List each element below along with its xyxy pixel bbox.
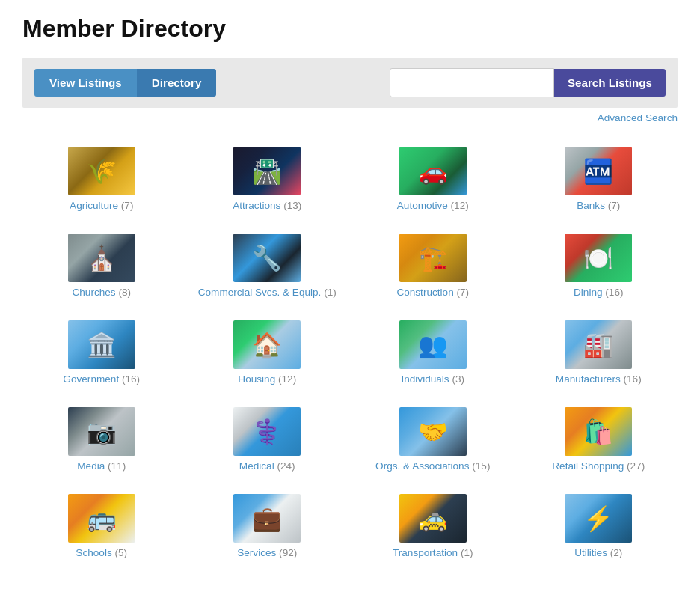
category-link-agriculture[interactable]: Agriculture bbox=[70, 200, 118, 211]
category-link-orgs[interactable]: Orgs. & Associations bbox=[375, 460, 469, 472]
category-link-banks[interactable]: Banks bbox=[577, 200, 605, 211]
search-input[interactable] bbox=[390, 68, 554, 97]
category-item-media: 📷Media (11) bbox=[22, 400, 181, 479]
category-count-automotive: (12) bbox=[448, 200, 469, 211]
category-link-medical[interactable]: Medical bbox=[239, 460, 274, 472]
category-image-housing: 🏠 bbox=[233, 320, 301, 369]
category-item-medical: ⚕️Medical (24) bbox=[188, 400, 347, 479]
category-count-utilities: (2) bbox=[607, 547, 622, 558]
category-label-commercial: Commercial Svcs. & Equip. (1) bbox=[198, 287, 337, 298]
advanced-search-link-container: Advanced Search bbox=[22, 111, 678, 124]
category-image-commercial: 🔧 bbox=[233, 234, 301, 282]
category-item-attractions: 🛣️Attractions (13) bbox=[188, 139, 347, 219]
category-link-individuals[interactable]: Individuals bbox=[401, 373, 449, 385]
directory-grid: 🌾Agriculture (7)🛣️Attractions (13)🚗Autom… bbox=[22, 139, 678, 566]
category-link-attractions[interactable]: Attractions bbox=[233, 200, 280, 211]
category-link-utilities[interactable]: Utilities bbox=[574, 547, 607, 558]
category-count-retail: (27) bbox=[624, 460, 645, 472]
category-label-manufacturers: Manufacturers (16) bbox=[556, 373, 642, 385]
category-image-banks: 🏧 bbox=[565, 147, 632, 195]
advanced-search-link[interactable]: Advanced Search bbox=[598, 112, 678, 123]
category-link-schools[interactable]: Schools bbox=[76, 547, 111, 558]
category-link-media[interactable]: Media bbox=[77, 460, 105, 472]
category-image-individuals: 👥 bbox=[399, 320, 467, 369]
category-item-churches: ⛪Churches (8) bbox=[22, 226, 181, 305]
category-count-dining: (16) bbox=[603, 287, 624, 298]
category-item-schools: 🚌Schools (5) bbox=[22, 486, 181, 566]
category-count-churches: (8) bbox=[116, 287, 131, 298]
category-label-government: Government (16) bbox=[63, 373, 140, 385]
category-image-medical: ⚕️ bbox=[233, 407, 301, 456]
category-image-media: 📷 bbox=[68, 407, 135, 456]
category-item-manufacturers: 🏭Manufacturers (16) bbox=[520, 313, 678, 392]
category-item-orgs: 🤝Orgs. & Associations (15) bbox=[354, 400, 512, 479]
category-label-retail: Retail Shopping (27) bbox=[552, 460, 645, 472]
toolbar-left: View Listings Directory bbox=[34, 69, 216, 97]
category-link-retail[interactable]: Retail Shopping bbox=[552, 460, 624, 472]
category-label-automotive: Automotive (12) bbox=[397, 200, 469, 211]
category-image-transportation: 🚕 bbox=[399, 494, 467, 543]
toolbar: View Listings Directory Search Listings bbox=[22, 58, 678, 108]
category-count-agriculture: (7) bbox=[118, 200, 133, 211]
category-image-automotive: 🚗 bbox=[399, 147, 467, 195]
category-image-retail: 🛍️ bbox=[565, 407, 632, 456]
page-container: Member Directory View Listings Directory… bbox=[0, 0, 700, 581]
category-count-media: (11) bbox=[105, 460, 126, 472]
category-item-individuals: 👥Individuals (3) bbox=[354, 313, 512, 392]
category-link-construction[interactable]: Construction bbox=[396, 287, 453, 298]
category-link-transportation[interactable]: Transportation bbox=[393, 547, 458, 558]
view-listings-button[interactable]: View Listings bbox=[34, 69, 137, 97]
category-count-banks: (7) bbox=[605, 200, 620, 211]
category-label-construction: Construction (7) bbox=[396, 287, 469, 298]
category-count-services: (92) bbox=[276, 547, 297, 558]
category-image-agriculture: 🌾 bbox=[68, 147, 135, 195]
category-image-construction: 🏗️ bbox=[399, 234, 467, 282]
category-label-transportation: Transportation (1) bbox=[393, 547, 473, 558]
category-label-utilities: Utilities (2) bbox=[574, 547, 622, 558]
search-button[interactable]: Search Listings bbox=[554, 69, 666, 97]
category-count-schools: (5) bbox=[112, 547, 127, 558]
category-count-individuals: (3) bbox=[449, 373, 464, 385]
category-item-commercial: 🔧Commercial Svcs. & Equip. (1) bbox=[188, 226, 347, 305]
category-link-dining[interactable]: Dining bbox=[574, 287, 603, 298]
toolbar-right: Search Listings bbox=[390, 68, 666, 97]
category-link-churches[interactable]: Churches bbox=[72, 287, 115, 298]
category-item-retail: 🛍️Retail Shopping (27) bbox=[520, 400, 678, 479]
category-image-utilities: ⚡ bbox=[565, 494, 632, 543]
category-link-services[interactable]: Services bbox=[237, 547, 276, 558]
category-label-medical: Medical (24) bbox=[239, 460, 295, 472]
category-image-services: 💼 bbox=[233, 494, 301, 543]
category-link-commercial[interactable]: Commercial Svcs. & Equip. bbox=[198, 287, 322, 298]
category-label-orgs: Orgs. & Associations (15) bbox=[375, 460, 490, 472]
category-count-government: (16) bbox=[119, 373, 140, 385]
category-count-attractions: (13) bbox=[280, 200, 301, 211]
category-count-orgs: (15) bbox=[469, 460, 490, 472]
category-item-government: 🏛️Government (16) bbox=[22, 313, 181, 392]
category-count-housing: (12) bbox=[275, 373, 296, 385]
category-label-housing: Housing (12) bbox=[238, 373, 296, 385]
category-label-agriculture: Agriculture (7) bbox=[70, 200, 133, 211]
directory-button[interactable]: Directory bbox=[137, 69, 217, 97]
category-image-churches: ⛪ bbox=[68, 234, 135, 282]
category-label-services: Services (92) bbox=[237, 547, 297, 558]
category-link-housing[interactable]: Housing bbox=[238, 373, 275, 385]
category-count-construction: (7) bbox=[454, 287, 469, 298]
category-label-media: Media (11) bbox=[77, 460, 126, 472]
category-link-manufacturers[interactable]: Manufacturers bbox=[556, 373, 621, 385]
category-link-automotive[interactable]: Automotive bbox=[397, 200, 448, 211]
category-item-transportation: 🚕Transportation (1) bbox=[354, 486, 512, 566]
category-image-orgs: 🤝 bbox=[399, 407, 467, 456]
category-link-government[interactable]: Government bbox=[63, 373, 119, 385]
category-item-automotive: 🚗Automotive (12) bbox=[354, 139, 512, 219]
category-label-individuals: Individuals (3) bbox=[401, 373, 464, 385]
category-label-banks: Banks (7) bbox=[577, 200, 620, 211]
category-count-manufacturers: (16) bbox=[621, 373, 642, 385]
category-item-dining: 🍽️Dining (16) bbox=[520, 226, 678, 305]
category-label-attractions: Attractions (13) bbox=[233, 200, 301, 211]
category-label-dining: Dining (16) bbox=[574, 287, 624, 298]
category-label-churches: Churches (8) bbox=[72, 287, 131, 298]
category-image-dining: 🍽️ bbox=[565, 234, 632, 282]
category-image-manufacturers: 🏭 bbox=[565, 320, 632, 369]
category-image-attractions: 🛣️ bbox=[233, 147, 301, 195]
category-count-commercial: (1) bbox=[321, 287, 336, 298]
